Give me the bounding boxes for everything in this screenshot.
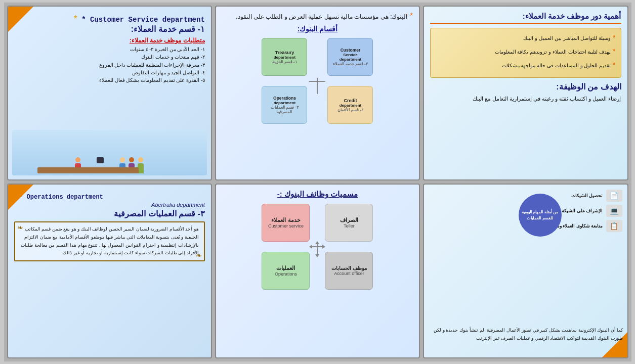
task-1-text: تحصيل الشيكات <box>571 193 603 198</box>
dept-customer: Customer Service department ٢- قسم خدمة … <box>327 38 373 76</box>
slide-cs-importance: أهمية دور موظف خدمة العملاء: * وسيلة للت… <box>423 6 628 180</box>
jobs-arrow-v <box>317 243 318 255</box>
dept-operations: Operations department ٣- قسم العمليات ال… <box>262 86 307 124</box>
slide3-gold-item-1: * وسيلة للتواصل المباشر بين العميل و الب… <box>436 32 615 43</box>
orange-corner-tl-4 <box>8 185 33 210</box>
slide-bank-departments: * البنوك: هي مؤسسات مالية تسهل عملية الع… <box>215 6 420 180</box>
slide1-title-ar: ١- قسم خدمة العملاء: <box>14 24 205 34</box>
slide3-goal-title: الهدف من الوظيفة: <box>430 82 621 92</box>
slide-electronic-banking: من أمثلة المهام اليومية للقسم العمليات ت… <box>423 184 628 358</box>
tasks-circle: من أمثلة المهام اليومية للقسم العمليات <box>519 194 562 237</box>
slide-customer-service: * * Customer Service department ١- قسم خ… <box>7 6 212 180</box>
arrow-left <box>309 245 312 249</box>
job-customer-service: خدمة العملاء Customer service <box>262 204 310 242</box>
slide-operations: * * Operations department Abertralia dep… <box>7 184 212 358</box>
dept-treasury: Treasury department ١- قسم الخزينة <box>262 38 307 76</box>
slide2-star: * <box>407 12 413 20</box>
slide1-subtitle: متطلبات موظف خدمة العملاء: <box>14 37 205 44</box>
task-3-icon: 📋 <box>606 220 622 232</box>
arrow-down <box>315 254 319 257</box>
arrow-v <box>317 78 318 94</box>
slide1-item-4: ٤- التواصل الجيد و مهارات التفاوض <box>14 69 205 76</box>
slide3-title: أهمية دور موظف خدمة العملاء: <box>430 12 621 21</box>
slide3-goal-text: إرضاء العميل و اكتساب ثقته و رغبته في إس… <box>430 95 621 104</box>
slide3-gold-item-3: * تقديم الحلول و المساعدات في حالة مواجه… <box>436 60 615 70</box>
slide1-item-5: ٥- القدرة على تقديم المعلومات بشكل فعال … <box>14 77 205 83</box>
operations-description-box: هو أحد الأقسام الضرورية لضمان السير الحس… <box>14 221 205 261</box>
monitor-icon <box>97 157 104 163</box>
slide1-item-1: ١- الحد الأدنى من الخبرة ٣- ٤ سنوات <box>14 46 205 53</box>
jobs-grid-container: خدمة العملاء Customer service الصراف Tel… <box>262 204 373 290</box>
slide4-body-text: هو أحد الأقسام الضرورية لضمان السير الحس… <box>20 225 199 257</box>
slide1-item-3: ٣- معرفة الإجراءات المنظمة للعمليات داخل… <box>14 62 205 68</box>
arrow-up <box>315 241 319 244</box>
slide4-subtitle-ar: Abertralia department <box>14 202 205 208</box>
orange-corner-tl <box>8 7 33 32</box>
arrow-right <box>322 245 325 249</box>
slide1-item-2: ٢- فهم منتجات و خدمات البنوك <box>14 54 205 60</box>
job-account-officer: موظف الحسابات Account officer <box>325 252 373 290</box>
gold-importance-box: * وسيلة للتواصل المباشر بين العميل و الب… <box>430 28 621 78</box>
department-grid: Treasury department ١- قسم الخزينة Custo… <box>262 38 373 124</box>
asterisk-1: * <box>74 14 77 24</box>
dept-credit: Credit department ٤- قسم الأئتمان <box>327 86 373 124</box>
task-1-icon: 📄 <box>606 190 622 202</box>
slide3-gold-item-2: * يهدف لتلبية احتياجات العملاء و تزويدهم… <box>436 46 615 57</box>
slide-job-titles: مسميات وظائف البنوك :- خدمة العملاء Cust… <box>215 184 420 358</box>
main-grid: * * Customer Service department ١- قسم خ… <box>4 3 631 361</box>
slide4-title-ar: ٣- قسم العمليات المصرفية <box>14 209 205 218</box>
slide1-title-en: * Customer Service department <box>81 16 205 24</box>
task-2-icon: 💻 <box>606 205 622 217</box>
slide6-bottom-text: كما أن البنوك الإكترونية ساهمت بشكل كبير… <box>428 327 623 342</box>
slide2-section-title: أقسام البنوك: <box>222 25 413 33</box>
slide2-main-text: البنوك: هي مؤسسات مالية تسهل عملية العرض… <box>236 13 408 20</box>
slide5-title: مسميات وظائف البنوك :- <box>222 190 413 199</box>
job-teller: الصراف Teller <box>325 204 373 242</box>
person-4 <box>138 157 144 173</box>
job-operations: العمليات Operations <box>262 252 310 290</box>
office-illustration <box>12 130 207 175</box>
